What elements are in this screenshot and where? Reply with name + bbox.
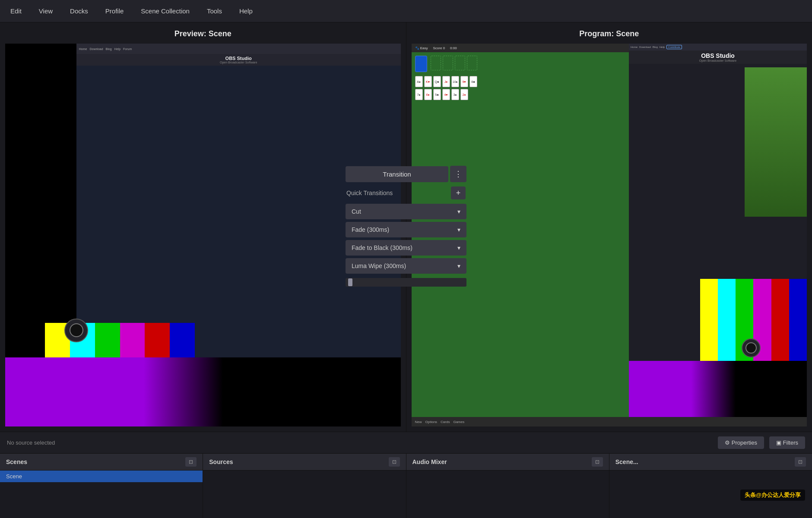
obs-logo-inner (70, 323, 83, 337)
card-slot-2 (443, 56, 453, 70)
prog-forest-area (745, 67, 807, 217)
dock-scene-trans-icon[interactable]: ⊡ (795, 457, 806, 467)
cb3 (95, 323, 120, 357)
dock-scenes-icon[interactable]: ⊡ (185, 457, 197, 467)
dock-sources-icon[interactable]: ⊡ (389, 457, 400, 467)
transition-dots-button[interactable]: ⋮ (450, 166, 466, 182)
dock-scenes: Scenes ⊡ Scene (0, 454, 203, 518)
card-slot-1 (431, 56, 441, 70)
prog-cb5 (771, 279, 789, 361)
chevron-down-icon-luma: ▾ (457, 262, 460, 269)
dock-sources-title: Sources (209, 458, 233, 465)
menu-tools[interactable]: Tools (203, 6, 225, 16)
menu-profile[interactable]: Profile (102, 6, 127, 16)
dock-scenes-content: Scene (0, 471, 203, 518)
prog-cb6 (789, 279, 807, 361)
prog-cb1 (700, 279, 718, 361)
menu-help[interactable]: Help (236, 6, 256, 16)
card-club-q: Q♣ (433, 76, 441, 87)
transitions-panel: Transition ⋮ Quick Transitions + Cut ▾ F… (346, 166, 466, 288)
browser-nav-help: Help (114, 47, 121, 51)
game-toolbar: New Options Cards Games (412, 417, 807, 426)
bottom-toolbar: No source selected ⚙ Properties ▣ Filter… (0, 432, 812, 454)
dock-audio-icon[interactable]: ⊡ (592, 457, 603, 467)
transition-slider[interactable] (346, 278, 466, 287)
menu-scene-collection[interactable]: Scene Collection (137, 6, 193, 16)
chevron-down-icon-fade: ▾ (457, 226, 460, 233)
card-placeholder-row (431, 56, 477, 70)
card-r2-1: 7♠ (415, 89, 423, 100)
program-obs-overlay: Home Download Blog Help Contribute OBS S… (629, 44, 807, 417)
chevron-down-icon-cut: ▾ (457, 208, 460, 215)
transition-luma-wipe[interactable]: Luma Wipe (300ms) ▾ (346, 258, 466, 274)
card-tableau: A♠ K♥ Q♣ J♦ 10♠ 9♥ 8♣ (415, 76, 477, 87)
transition-fade-black[interactable]: Fade to Black (300ms) ▾ (346, 240, 466, 256)
dock-audio-content (406, 471, 609, 518)
program-pane: Program: Scene 🐾 Easy Score 0 0:00 (406, 22, 812, 432)
quick-transitions-label: Quick Transitions (346, 190, 393, 196)
card-row-2: 7♠ 6♦ 5♣ 4♥ 3♠ 2♦ (415, 89, 468, 100)
overlay-obs-sub: Open Broadcaster Software (631, 59, 805, 62)
filters-button[interactable]: ▣ Filters (769, 436, 805, 449)
card-r2-2: 6♦ (424, 89, 432, 100)
browser-obs-title: OBS Studio (78, 56, 399, 61)
card-r2-4: 4♥ (442, 89, 450, 100)
game-score: Score 0 (433, 46, 445, 50)
dock-scene-trans-header: Scene... ⊡ (609, 454, 812, 471)
overlay-nav-help: Help (660, 46, 665, 48)
card-diamond-j: J♦ (442, 76, 450, 87)
overlay-title-area: OBS Studio Open Broadcaster Software (629, 51, 807, 64)
card-r2-5: 3♠ (451, 89, 459, 100)
transition-fade[interactable]: Fade (300ms) ▾ (346, 222, 466, 237)
dock-sources-header: Sources ⊡ (203, 454, 406, 471)
game-options: Options (425, 420, 438, 424)
card-heart-k: K♥ (424, 76, 432, 87)
dock-scenes-header: Scenes ⊡ (0, 454, 203, 471)
dock-sources: Sources ⊡ (203, 454, 406, 518)
transition-button[interactable]: Transition (346, 166, 448, 182)
card-slot-4 (467, 56, 477, 70)
transition-cut[interactable]: Cut ▾ (346, 204, 466, 219)
transition-slider-thumb (348, 278, 352, 286)
browser-nav-home: Home (79, 47, 87, 51)
bottom-panel: No source selected ⚙ Properties ▣ Filter… (0, 432, 812, 518)
game-games: Games (453, 420, 464, 424)
preview-canvas: Home Download Blog Help Forum OBS Studio… (5, 44, 401, 426)
overlay-contribute: Contribute (666, 45, 682, 49)
transition-luma-wipe-label: Luma Wipe (300ms) (352, 262, 406, 269)
card-r2-6: 2♦ (460, 89, 468, 100)
menu-view[interactable]: View (35, 6, 56, 16)
card-r2-3: 5♣ (433, 89, 441, 100)
program-title: Program: Scene (410, 26, 809, 42)
menu-edit[interactable]: Edit (7, 6, 25, 16)
transition-cut-label: Cut (352, 208, 361, 215)
transition-header: Transition ⋮ (346, 166, 466, 182)
menu-docks[interactable]: Docks (67, 6, 92, 16)
properties-button[interactable]: ⚙ Properties (718, 436, 764, 449)
browser-title-area: OBS Studio Open Broadcaster Software (76, 54, 401, 66)
no-source-label: No source selected (7, 439, 713, 446)
dock-audio-title: Audio Mixer (412, 458, 447, 465)
card-heart-9: 9♥ (460, 76, 468, 87)
transition-fade-black-label: Fade to Black (300ms) (352, 244, 412, 251)
card-spade-10: 10♠ (451, 76, 459, 87)
game-cards: Cards (441, 420, 450, 424)
cb5 (145, 323, 170, 357)
quick-transitions-add-button[interactable]: + (451, 186, 466, 199)
chevron-down-icon-fade-black: ▾ (457, 244, 460, 251)
transition-fade-label: Fade (300ms) (352, 226, 389, 233)
bottom-docks: Scenes ⊡ Scene Sources ⊡ Audio Mixer ⊡ (0, 454, 812, 518)
prog-obs-logo (742, 338, 761, 357)
program-canvas: 🐾 Easy Score 0 0:00 A♠ K♥ Q♣ (412, 44, 807, 426)
quick-transitions-row: Quick Transitions + (346, 185, 466, 201)
scene-list-item[interactable]: Scene (0, 471, 203, 482)
browser-obs-subtitle: Open Broadcaster Software (78, 61, 399, 64)
browser-nav-blog: Blog (106, 47, 112, 51)
card-club-8: 8♣ (469, 76, 477, 87)
game-time: 0:00 (450, 46, 457, 50)
cb4 (120, 323, 145, 357)
game-icon: 🐾 Easy (415, 46, 428, 50)
menu-bar: Edit View Docks Profile Scene Collection… (0, 0, 812, 22)
overlay-nav-blog: Blog (653, 46, 658, 48)
card-slot-3 (455, 56, 465, 70)
